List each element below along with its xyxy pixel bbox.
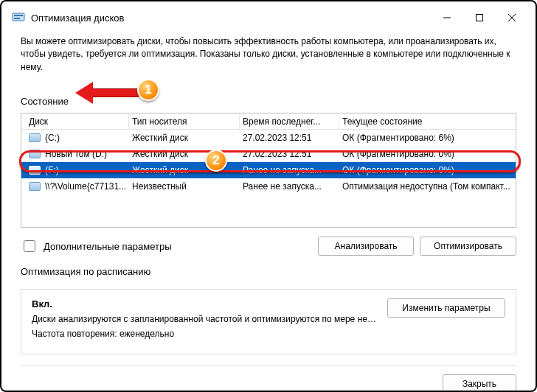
advanced-checkbox-label: Дополнительные параметры <box>44 241 172 252</box>
change-settings-button[interactable]: Изменить параметры <box>387 298 505 318</box>
drive-icon <box>29 182 41 191</box>
table-row[interactable]: Новый том (D:) Жесткий диск 27.02.2023 1… <box>21 146 516 162</box>
minimize-button[interactable] <box>431 6 463 29</box>
table-row[interactable]: (C:) Жесткий диск 27.02.2023 12:51 ОК (Ф… <box>21 130 516 146</box>
annotation-badge-2: 2 <box>205 150 227 172</box>
annotation-arrow <box>91 88 139 97</box>
analyze-button[interactable]: Анализировать <box>318 237 414 256</box>
maximize-button[interactable] <box>463 6 496 29</box>
drive-icon <box>29 133 41 142</box>
schedule-panel: Вкл. Диски анализируются с запланированн… <box>21 289 516 354</box>
col-media[interactable]: Тип носителя <box>129 114 240 129</box>
description-text: Вы можете оптимизировать диски, чтобы по… <box>21 35 516 74</box>
table-row[interactable]: \\?\Volume{c77131... Неизвестный Ранее н… <box>21 178 516 195</box>
annotation-badge-1: 1 <box>137 79 159 101</box>
close-button[interactable] <box>496 6 528 29</box>
titlebar: Оптимизация дисков <box>6 6 531 29</box>
window-title: Оптимизация дисков <box>31 13 124 24</box>
svg-rect-0 <box>13 13 24 21</box>
advanced-checkbox[interactable]: Дополнительные параметры <box>21 238 172 254</box>
schedule-on: Вкл. <box>32 298 378 309</box>
svg-rect-2 <box>14 18 20 19</box>
svg-rect-4 <box>477 15 483 21</box>
status-label: Состояние <box>21 96 516 107</box>
close-dialog-button[interactable]: Закрыть <box>443 374 516 392</box>
drive-icon <box>29 150 41 158</box>
advanced-checkbox-input[interactable] <box>24 240 35 252</box>
schedule-label: Оптимизация по расписанию <box>21 266 516 277</box>
col-last[interactable]: Время последнег... <box>240 114 339 129</box>
table-row-selected[interactable]: (F:) Жесткий диск Ранее не запуска... ОК… <box>21 162 516 178</box>
schedule-line1: Диски анализируются с запланированной ча… <box>32 314 378 324</box>
optimize-button[interactable]: Оптимизировать <box>420 237 516 256</box>
col-state[interactable]: Текущее состояние <box>339 114 516 129</box>
table-header: Диск Тип носителя Время последнег... Тек… <box>21 113 516 130</box>
svg-rect-1 <box>14 15 23 16</box>
col-disk[interactable]: Диск <box>26 114 129 129</box>
drives-table: Диск Тип носителя Время последнег... Тек… <box>21 113 516 228</box>
app-icon <box>12 11 25 24</box>
schedule-line2: Частота повторения: еженедельно <box>32 329 378 339</box>
drive-icon <box>29 166 41 175</box>
